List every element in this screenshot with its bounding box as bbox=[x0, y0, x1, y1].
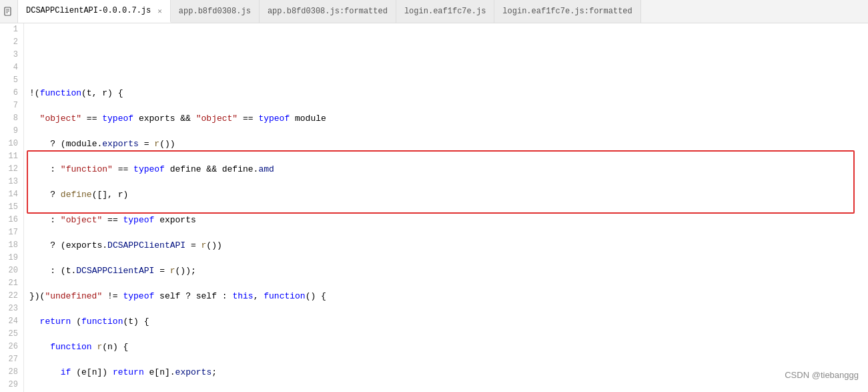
close-icon[interactable]: ✕ bbox=[157, 7, 162, 15]
tab-app-b8fd-formatted[interactable]: app.b8fd0308.js:formatted bbox=[260, 0, 396, 23]
code-line-11: function r(n) { bbox=[29, 341, 868, 353]
code-line-1: !(function(t, r) { bbox=[29, 87, 868, 100]
file-icon bbox=[0, 0, 18, 23]
tab-label: DCSAPPClientAPI-0.0.0.7.js bbox=[26, 6, 151, 15]
tab-login-eaf1-formatted[interactable]: login.eaf1fc7e.js:formatted bbox=[494, 0, 640, 23]
code-line-3: ? (module.exports = r()) bbox=[29, 138, 868, 150]
tab-app-b8fd[interactable]: app.b8fd0308.js bbox=[171, 0, 260, 23]
code-line-6: : "object" == typeof exports bbox=[29, 214, 868, 226]
tab-label: login.eaf1fc7e.js bbox=[404, 7, 486, 16]
line-numbers: 1234 5678 9101112 13141516 17181920 2122… bbox=[0, 23, 24, 392]
tab-dcsapp[interactable]: DCSAPPClientAPI-0.0.0.7.js ✕ bbox=[18, 0, 171, 23]
tab-bar: DCSAPPClientAPI-0.0.0.7.js ✕ app.b8fd030… bbox=[0, 0, 868, 23]
code-line-7: ? (exports.DCSAPPClientAPI = r()) bbox=[29, 239, 868, 252]
code-line-4: : "function" == typeof define && define.… bbox=[29, 163, 868, 176]
code-editor[interactable]: !(function(t, r) { "object" == typeof ex… bbox=[24, 23, 868, 392]
tab-label: login.eaf1fc7e.js:formatted bbox=[502, 7, 632, 16]
highlight-box bbox=[27, 150, 855, 214]
code-line-8: : (t.DCSAPPClientAPI = r()); bbox=[29, 264, 868, 277]
code-line-2: "object" == typeof exports && "object" =… bbox=[29, 112, 868, 125]
code-line-9: })("undefined" != typeof self ? self : t… bbox=[29, 290, 868, 303]
code-line-12: if (e[n]) return e[n].exports; bbox=[29, 366, 868, 379]
code-container: 1234 5678 9101112 13141516 17181920 2122… bbox=[0, 23, 868, 392]
code-line-10: return (function(t) { bbox=[29, 315, 868, 328]
tab-label: app.b8fd0308.js bbox=[179, 7, 251, 16]
tab-label: app.b8fd0308.js:formatted bbox=[268, 7, 388, 16]
code-line-5: ? define([], r) bbox=[29, 188, 868, 201]
tab-login-eaf1[interactable]: login.eaf1fc7e.js bbox=[396, 0, 494, 23]
